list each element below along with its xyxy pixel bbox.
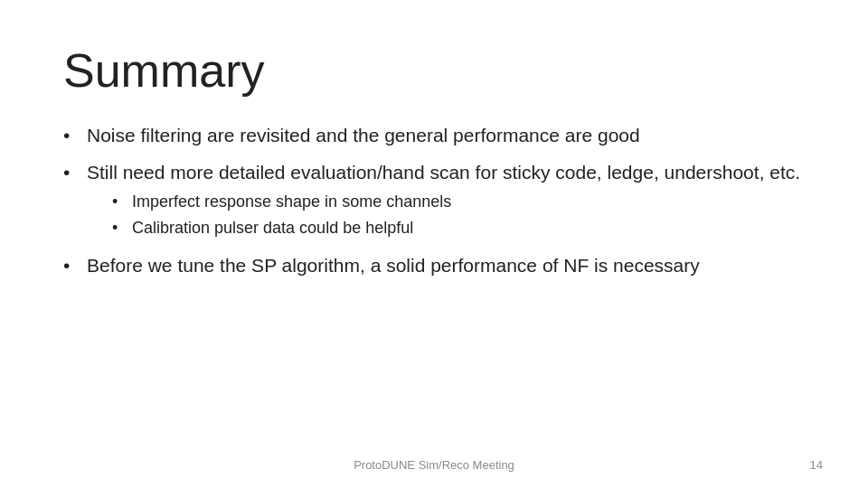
sub-bullet-text-1: Imperfect response shape in some channel… [132, 190, 451, 213]
bullet-dot-3: • [63, 252, 83, 279]
slide-title: Summary [63, 45, 805, 97]
sub-bullet-item-2: • Calibration pulser data could be helpf… [112, 216, 805, 239]
bullet-text-2: Still need more detailed evaluation/hand… [87, 159, 805, 244]
bullet-text-3: Before we tune the SP algorithm, a solid… [87, 252, 805, 279]
bullet-text-1: Noise filtering are revisited and the ge… [87, 122, 805, 149]
slide-footer: ProtoDUNE Sim/Reco Meeting 14 [0, 458, 868, 472]
bullet-dot-2: • [63, 159, 83, 186]
sub-bullet-dot-2: • [112, 216, 128, 239]
slide-content: • Noise filtering are revisited and the … [63, 122, 805, 280]
sub-bullets-2: • Imperfect response shape in some chann… [112, 190, 805, 239]
bullet-dot-1: • [63, 122, 83, 149]
bullet-item-2: • Still need more detailed evaluation/ha… [63, 159, 805, 244]
footer-meeting: ProtoDUNE Sim/Reco Meeting [0, 458, 868, 472]
bullet-item-3: • Before we tune the SP algorithm, a sol… [63, 252, 805, 279]
sub-bullet-text-2: Calibration pulser data could be helpful [132, 216, 413, 239]
bullet-item-1: • Noise filtering are revisited and the … [63, 122, 805, 149]
sub-bullet-item-1: • Imperfect response shape in some chann… [112, 190, 805, 213]
sub-bullet-dot-1: • [112, 190, 128, 213]
footer-page: 14 [810, 458, 823, 472]
slide: Summary • Noise filtering are revisited … [0, 0, 868, 488]
